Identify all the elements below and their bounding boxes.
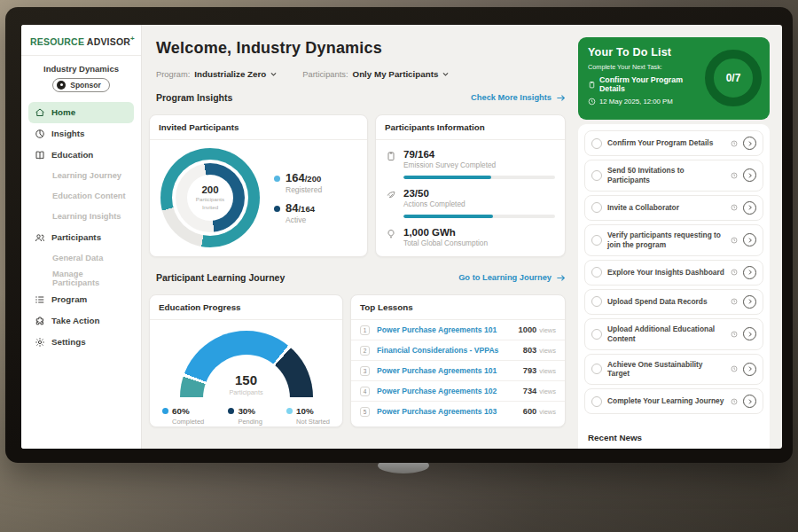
home-icon xyxy=(35,107,45,118)
lesson-row: 1 Power Purchase Agreements 101 1000view… xyxy=(351,320,565,340)
card-title: Education Progress xyxy=(150,295,342,320)
lesson-row: 2 Financial Considerations - VPPAs 803vi… xyxy=(351,340,565,361)
participants-filter-dropdown[interactable]: Participants: Only My Participants xyxy=(302,69,450,79)
legend-dot-active xyxy=(274,206,280,212)
arrow-right-icon xyxy=(556,93,566,103)
lesson-row: 3 Power Purchase Agreements 101 793views xyxy=(351,361,565,381)
leaf-check-icon xyxy=(386,190,396,200)
task-go-button[interactable] xyxy=(743,395,756,408)
sidebar-item-program[interactable]: Program xyxy=(28,289,134,310)
education-progress-card: Education Progress 150 Participants 60% … xyxy=(149,294,343,427)
todo-task-row[interactable]: Upload Spend Data Records xyxy=(584,289,763,315)
todo-task-row[interactable]: Explore Your Insights Dashboard xyxy=(584,260,763,286)
sidebar-item-take-action[interactable]: Take Action xyxy=(28,310,134,332)
task-label: Send 50 Invitations to Participants xyxy=(607,166,725,185)
todo-task-row[interactable]: Confirm Your Program Details xyxy=(584,130,763,156)
info-row-actions: 23/50 Actions Completed xyxy=(386,188,555,208)
lesson-link[interactable]: Power Purchase Agreements 102 xyxy=(377,387,516,395)
task-checkbox[interactable] xyxy=(591,235,602,246)
lesson-link[interactable]: Power Purchase Agreements 101 xyxy=(377,366,516,375)
sidebar-item-learning-insights[interactable]: Learning Insights xyxy=(28,207,134,227)
chevron-right-icon xyxy=(747,140,754,147)
sidebar-item-learning-journey[interactable]: Learning Journey xyxy=(28,166,134,186)
sidebar-item-participants[interactable]: Participants xyxy=(28,227,134,248)
education-gauge-chart: 150 Participants xyxy=(180,331,313,398)
task-checkbox[interactable] xyxy=(591,396,602,407)
sidebar-item-label: Manage Participants xyxy=(52,270,128,287)
task-checkbox[interactable] xyxy=(591,170,602,181)
clock-icon xyxy=(731,140,738,147)
card-title: Participants Information xyxy=(376,115,565,140)
donut-inner-ring: 200 Participants Invited xyxy=(176,163,245,232)
sidebar-item-education[interactable]: Education xyxy=(28,145,134,166)
legend-item: 84/164 Active xyxy=(274,201,322,224)
task-go-button[interactable] xyxy=(743,295,756,309)
task-checkbox[interactable] xyxy=(591,202,602,213)
todo-task-row[interactable]: Verify participants requesting to join t… xyxy=(584,224,763,256)
clock-icon xyxy=(731,331,738,338)
todo-task-row[interactable]: Upload Additional Educational Content xyxy=(584,318,763,350)
sidebar-item-insights[interactable]: Insights xyxy=(28,123,134,145)
task-go-button[interactable] xyxy=(743,266,756,279)
todo-task-row[interactable]: Invite a Collaborator xyxy=(584,195,763,221)
sidebar-menu: Home Insights Education Learning Journey… xyxy=(21,98,141,356)
sidebar-item-label: Settings xyxy=(51,337,86,347)
actions-progress-bar xyxy=(403,215,555,218)
task-go-button[interactable] xyxy=(743,327,756,340)
task-checkbox[interactable] xyxy=(591,267,602,278)
sidebar-item-home[interactable]: Home xyxy=(28,102,134,123)
sidebar-item-manage-participants[interactable]: Manage Participants xyxy=(28,269,134,289)
task-go-button[interactable] xyxy=(743,363,756,376)
clock-icon xyxy=(731,237,738,244)
participants-filter-label: Participants: xyxy=(302,70,348,79)
filter-bar: Program: Industrialize Zero Participants… xyxy=(156,69,450,79)
logo-primary: RESOURCE xyxy=(30,36,84,47)
task-go-button[interactable] xyxy=(743,201,756,215)
info-label: Actions Completed xyxy=(403,200,466,208)
task-go-button[interactable] xyxy=(743,137,756,150)
task-checkbox[interactable] xyxy=(591,364,602,374)
task-go-button[interactable] xyxy=(743,233,756,246)
sidebar-item-label: Insights xyxy=(51,129,85,138)
todo-task-list: Confirm Your Program Details Send 50 Inv… xyxy=(578,124,770,440)
info-row-survey: 79/164 Emission Survey Completed xyxy=(386,149,555,169)
lesson-link[interactable]: Power Purchase Agreements 103 xyxy=(377,407,516,416)
clock-icon xyxy=(731,298,738,305)
task-go-button[interactable] xyxy=(743,168,756,182)
donut-center-label: Participants Invited xyxy=(191,196,230,210)
todo-task-row[interactable]: Send 50 Invitations to Participants xyxy=(584,160,763,192)
chevron-right-icon xyxy=(747,331,754,338)
task-label: Complete Your Learning Journey xyxy=(607,396,725,406)
lesson-rank: 3 xyxy=(360,366,370,376)
clock-icon xyxy=(731,204,738,211)
lesson-link[interactable]: Financial Considerations - VPPAs xyxy=(377,346,516,355)
task-checkbox[interactable] xyxy=(591,138,602,149)
task-label: Verify participants requesting to join t… xyxy=(607,231,725,250)
check-more-insights-link[interactable]: Check More Insights xyxy=(471,93,566,103)
sidebar-item-general-data[interactable]: General Data xyxy=(28,248,134,269)
chevron-right-icon xyxy=(747,298,754,305)
sponsor-badge[interactable]: Sponsor xyxy=(52,78,109,92)
people-icon xyxy=(35,232,45,243)
task-label: Invite a Collaborator xyxy=(607,203,725,213)
task-label: Upload Additional Educational Content xyxy=(607,325,725,344)
task-checkbox[interactable] xyxy=(591,296,602,307)
sidebar-item-label: Program xyxy=(51,294,87,304)
invited-donut-chart: 200 Participants Invited 164/200 Registe xyxy=(150,140,367,255)
sidebar-item-settings[interactable]: Settings xyxy=(28,332,134,353)
sidebar-item-label: Participants xyxy=(51,232,101,242)
task-label: Confirm Your Program Details xyxy=(607,138,725,148)
sidebar-item-education-content[interactable]: Education Content xyxy=(28,186,134,207)
program-filter-dropdown[interactable]: Program: Industrialize Zero xyxy=(156,69,278,79)
go-to-learning-journey-link[interactable]: Go to Learning Journey xyxy=(458,273,566,283)
section-title: Program Insights xyxy=(156,92,232,103)
list-icon xyxy=(35,294,45,305)
participants-information-card: Participants Information 79/164 Emission… xyxy=(375,114,566,257)
chevron-right-icon xyxy=(747,237,754,244)
lesson-rank: 4 xyxy=(360,387,370,396)
todo-task-row[interactable]: Achieve One Sustainability Target xyxy=(584,354,763,386)
lesson-link[interactable]: Power Purchase Agreements 101 xyxy=(377,325,512,334)
todo-task-row[interactable]: Complete Your Learning Journey xyxy=(584,388,763,414)
task-checkbox[interactable] xyxy=(591,329,602,340)
sidebar-item-label: Education Content xyxy=(52,192,126,200)
